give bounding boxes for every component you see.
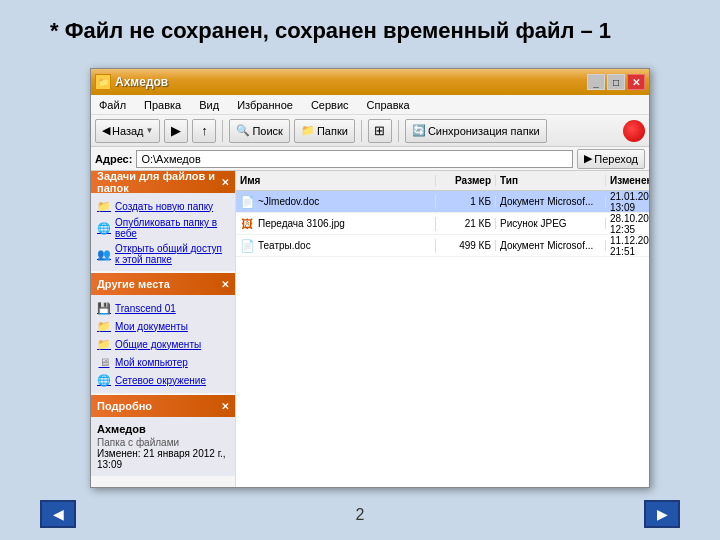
file-name-3: 📄 Театры.doc [236,239,436,253]
my-docs-icon: 📁 [97,319,111,333]
task-share[interactable]: 👥 Открыть общий доступ к этой папке [93,241,233,267]
details-header[interactable]: Подробно ✕ [91,395,235,417]
go-arrow-icon: ▶ [584,152,592,165]
folders-button[interactable]: 📁 Папки [294,119,355,143]
share-icon: 👥 [97,247,111,261]
place-my-computer-label: Мой компьютер [115,357,188,368]
back-label: Назад [112,125,144,137]
search-label: Поиск [252,125,282,137]
toolbar-separator-1 [222,120,223,142]
folders-label: Папки [317,125,348,137]
task-new-folder[interactable]: 📁 Создать новую папку [93,197,233,215]
place-network-label: Сетевое окружение [115,375,206,386]
toolbar-separator-3 [398,120,399,142]
file-modified-3: 11.12.2011 21:51 [606,235,649,257]
task-publish-label: Опубликовать папку в вебе [115,217,229,239]
title-bar: 📁 Ахмедов _ □ ✕ [91,69,649,95]
tasks-section: Задачи для файлов и папок ✕ 📁 Создать но… [91,171,235,271]
file-row-2[interactable]: 🖼 Передача 3106.jpg 21 КБ Рисунок JPEG 2… [236,213,649,235]
new-folder-icon: 📁 [97,199,111,213]
my-computer-icon: 🖥 [97,355,111,369]
folder-title-icon: 📁 [95,74,111,90]
places-header[interactable]: Другие места ✕ [91,273,235,295]
place-transcend-label: Transcend 01 [115,303,176,314]
up-button[interactable]: ↑ [192,119,216,143]
menu-help[interactable]: Справка [363,99,414,111]
details-body: Ахмедов Папка с файлами Изменен: 21 янва… [91,417,235,476]
file-type-1: Документ Microsof... [496,196,606,207]
next-arrow-button[interactable]: ▶ [644,500,680,528]
tasks-header[interactable]: Задачи для файлов и папок ✕ [91,171,235,193]
place-transcend[interactable]: 💾 Transcend 01 [93,299,233,317]
close-button[interactable]: ✕ [627,74,645,90]
address-input[interactable]: O:\Ахмедов [136,150,573,168]
shared-docs-icon: 📁 [97,337,111,351]
maximize-button[interactable]: □ [607,74,625,90]
menu-favorites[interactable]: Избранное [233,99,297,111]
place-my-docs[interactable]: 📁 Мои документы [93,317,233,335]
col-header-type[interactable]: Тип [496,175,606,186]
go-button[interactable]: ▶ Переход [577,149,645,169]
go-label: Переход [594,153,638,165]
sync-button[interactable]: 🔄 Синхронизация папки [405,119,547,143]
place-shared-docs[interactable]: 📁 Общие документы [93,335,233,353]
file-row-1[interactable]: 📄 ~Jlmedov.doc 1 КБ Документ Microsof...… [236,191,649,213]
file-size-2: 21 КБ [436,218,496,229]
address-label: Адрес: [95,153,132,165]
file-name-2: 🖼 Передача 3106.jpg [236,217,436,231]
details-collapse-icon: ✕ [221,401,229,412]
file-name-1: 📄 ~Jlmedov.doc [236,195,436,209]
menu-service[interactable]: Сервис [307,99,353,111]
title-bar-buttons: _ □ ✕ [587,74,645,90]
place-network[interactable]: 🌐 Сетевое окружение [93,371,233,389]
menu-bar: Файл Правка Вид Избранное Сервис Справка [91,95,649,115]
file-list: Имя Размер Тип Изменен 📄 ~Jlmedov.doc 1 … [236,171,649,487]
folders-icon: 📁 [301,124,315,137]
places-section: Другие места ✕ 💾 Transcend 01 📁 Мои доку… [91,273,235,393]
minimize-button[interactable]: _ [587,74,605,90]
file-icon-3: 📄 [240,239,254,253]
file-modified-1: 21.01.2012 13:09 [606,191,649,213]
toolbar: ◀ Назад ▼ ▶ ↑ 🔍 Поиск 📁 Папки ⊞ 🔄 Синхро… [91,115,649,147]
task-share-label: Открыть общий доступ к этой папке [115,243,229,265]
file-size-3: 499 КБ [436,240,496,251]
transcend-icon: 💾 [97,301,111,315]
menu-view[interactable]: Вид [195,99,223,111]
main-content: Задачи для файлов и папок ✕ 📁 Создать но… [91,171,649,487]
file-type-2: Рисунок JPEG [496,218,606,229]
file-icon-1: 📄 [240,195,254,209]
view-icon: ⊞ [374,123,385,138]
prev-arrow-button[interactable]: ◀ [40,500,76,528]
col-header-size[interactable]: Размер [436,175,496,186]
menu-file[interactable]: Файл [95,99,130,111]
details-section: Подробно ✕ Ахмедов Папка с файлами Измен… [91,395,235,476]
menu-edit[interactable]: Правка [140,99,185,111]
file-row-3[interactable]: 📄 Театры.doc 499 КБ Документ Microsof...… [236,235,649,257]
address-bar: Адрес: O:\Ахмедов ▶ Переход [91,147,649,171]
search-icon: 🔍 [236,124,250,137]
col-header-modified[interactable]: Изменен [606,175,649,186]
address-value: O:\Ахмедов [141,153,200,165]
place-my-computer[interactable]: 🖥 Мой компьютер [93,353,233,371]
view-button[interactable]: ⊞ [368,119,392,143]
task-publish[interactable]: 🌐 Опубликовать папку в вебе [93,215,233,241]
slide-title: Файл не сохранен, сохранен временный фай… [50,18,611,44]
tasks-collapse-icon: ✕ [221,177,229,188]
left-panel: Задачи для файлов и папок ✕ 📁 Создать но… [91,171,236,487]
back-button[interactable]: ◀ Назад ▼ [95,119,160,143]
forward-button[interactable]: ▶ [164,119,188,143]
back-arrow-icon: ▼ [146,126,154,135]
search-button[interactable]: 🔍 Поиск [229,119,289,143]
tasks-header-label: Задачи для файлов и папок [97,171,221,194]
places-collapse-icon: ✕ [221,279,229,290]
task-new-folder-label: Создать новую папку [115,201,213,212]
file-type-3: Документ Microsof... [496,240,606,251]
file-icon-2: 🖼 [240,217,254,231]
file-modified-2: 28.10.2005 12:35 [606,213,649,235]
details-type: Папка с файлами [97,437,229,448]
places-header-label: Другие места [97,278,170,290]
title-bar-left: 📁 Ахмедов [95,74,168,90]
sync-icon: 🔄 [412,124,426,137]
page-number: 2 [356,506,365,524]
col-header-name[interactable]: Имя [236,175,436,186]
